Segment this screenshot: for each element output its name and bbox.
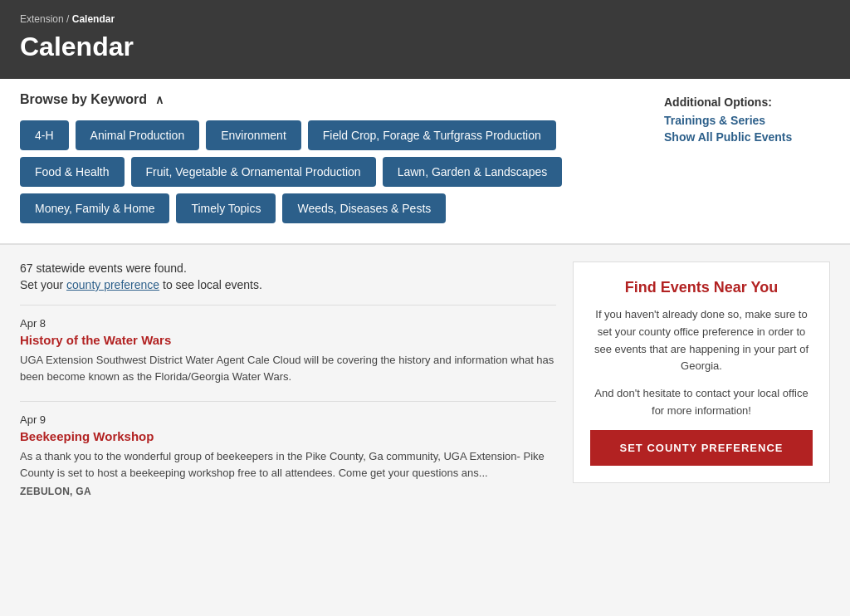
breadcrumb-separator: / — [66, 13, 69, 25]
keyword-button[interactable]: Fruit, Vegetable & Ornamental Production — [131, 157, 376, 187]
keyword-button[interactable]: Money, Family & Home — [20, 193, 169, 223]
event-date: Apr 8 — [20, 317, 556, 330]
results-count: 67 statewide events were found. — [20, 262, 556, 275]
event-date: Apr 9 — [20, 413, 556, 426]
keyword-button[interactable]: Food & Health — [20, 157, 125, 187]
keyword-button[interactable]: Weeds, Diseases & Pests — [282, 193, 446, 223]
trainings-series-link[interactable]: Trainings & Series — [664, 114, 830, 127]
event-title-link[interactable]: Beekeeping Workshop — [20, 429, 556, 443]
find-events-card: Find Events Near You If you haven't alre… — [573, 262, 830, 483]
find-events-title: Find Events Near You — [590, 279, 813, 296]
set-pref-post: to see local events. — [163, 278, 262, 291]
event-item: Apr 9Beekeeping WorkshopAs a thank you t… — [20, 401, 556, 509]
additional-options-panel: Additional Options: Trainings & Series S… — [664, 92, 830, 144]
breadcrumb-current: Calendar — [72, 13, 115, 25]
page-title: Calendar — [20, 32, 830, 62]
browse-header[interactable]: Browse by Keyword ∧ — [20, 92, 664, 107]
left-column: 67 statewide events were found. Set your… — [20, 262, 556, 509]
set-county-preference-button[interactable]: SET COUNTY PREFERENCE — [590, 430, 813, 466]
additional-options-title: Additional Options: — [664, 95, 830, 109]
event-location: ZEBULON, GA — [20, 486, 556, 497]
find-events-para2: And don't hesitate to contact your local… — [590, 385, 813, 420]
results-count-text: 67 statewide events were found. — [20, 262, 187, 275]
keyword-button[interactable]: Environment — [206, 120, 301, 150]
browse-section: Browse by Keyword ∧ 4-HAnimal Production… — [0, 79, 850, 245]
find-events-para1: If you haven't already done so, make sur… — [590, 306, 813, 375]
set-pref-pre: Set your — [20, 278, 66, 291]
breadcrumb-parent: Extension — [20, 13, 64, 25]
keyword-button[interactable]: Field Crop, Forage & Turfgrass Productio… — [308, 120, 556, 150]
event-title-link[interactable]: History of the Water Wars — [20, 333, 556, 347]
events-list: Apr 8History of the Water WarsUGA Extens… — [20, 305, 556, 509]
chevron-up-icon: ∧ — [155, 93, 164, 106]
keywords-container: 4-HAnimal ProductionEnvironmentField Cro… — [20, 120, 664, 223]
content-wrapper: 67 statewide events were found. Set your… — [0, 245, 850, 526]
show-all-events-link[interactable]: Show All Public Events — [664, 130, 830, 144]
county-pref-row: Set your county preference to see local … — [20, 278, 556, 291]
keyword-button[interactable]: Lawn, Garden & Landscapes — [383, 157, 563, 187]
event-description: As a thank you to the wonderful group of… — [20, 448, 556, 481]
browse-label: Browse by Keyword — [20, 92, 147, 107]
breadcrumb: Extension / Calendar — [20, 13, 830, 25]
event-item: Apr 8History of the Water WarsUGA Extens… — [20, 305, 556, 401]
county-preference-link[interactable]: county preference — [66, 278, 159, 291]
keyword-button[interactable]: Timely Topics — [176, 193, 276, 223]
site-header: Extension / Calendar Calendar — [0, 0, 850, 79]
keyword-button[interactable]: 4-H — [20, 120, 69, 150]
event-description: UGA Extension Southwest District Water A… — [20, 352, 556, 384]
keyword-button[interactable]: Animal Production — [76, 120, 200, 150]
right-column: Find Events Near You If you haven't alre… — [573, 262, 830, 509]
